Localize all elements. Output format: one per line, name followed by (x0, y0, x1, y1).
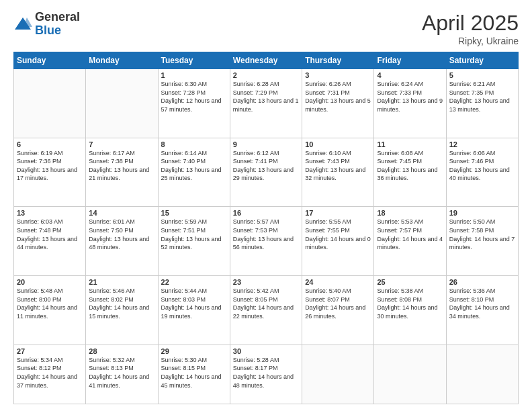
table-row: 21Sunrise: 5:46 AM Sunset: 8:02 PM Dayli… (86, 276, 158, 345)
table-row (374, 345, 446, 404)
table-row: 8Sunrise: 6:14 AM Sunset: 7:40 PM Daylig… (158, 138, 230, 207)
month-title: April 2025 (422, 11, 519, 36)
table-row: 19Sunrise: 5:50 AM Sunset: 7:58 PM Dayli… (446, 207, 518, 276)
day-number: 17 (305, 209, 371, 217)
table-row: 4Sunrise: 6:24 AM Sunset: 7:33 PM Daylig… (374, 69, 446, 138)
table-row: 17Sunrise: 5:55 AM Sunset: 7:55 PM Dayli… (302, 207, 374, 276)
day-number: 7 (89, 140, 154, 148)
header: General Blue April 2025 Ripky, Ukraine (13, 11, 519, 46)
logo-text: General Blue (35, 11, 80, 38)
day-info: Sunrise: 6:24 AM Sunset: 7:33 PM Dayligh… (377, 80, 443, 113)
table-row: 29Sunrise: 5:30 AM Sunset: 8:15 PM Dayli… (158, 345, 230, 404)
day-number: 25 (377, 278, 443, 286)
table-row: 11Sunrise: 6:08 AM Sunset: 7:45 PM Dayli… (374, 138, 446, 207)
day-number: 1 (161, 71, 227, 79)
table-row (14, 69, 86, 138)
calendar-header-row: Sunday Monday Tuesday Wednesday Thursday… (14, 52, 519, 69)
day-info: Sunrise: 5:32 AM Sunset: 8:13 PM Dayligh… (89, 356, 154, 390)
table-row: 15Sunrise: 5:59 AM Sunset: 7:51 PM Dayli… (158, 207, 230, 276)
day-info: Sunrise: 5:28 AM Sunset: 8:17 PM Dayligh… (233, 356, 299, 390)
day-info: Sunrise: 5:30 AM Sunset: 8:15 PM Dayligh… (161, 356, 227, 390)
table-row: 6Sunrise: 6:19 AM Sunset: 7:36 PM Daylig… (14, 138, 86, 207)
header-thursday: Thursday (302, 52, 374, 69)
day-info: Sunrise: 6:12 AM Sunset: 7:41 PM Dayligh… (233, 149, 299, 183)
day-number: 15 (161, 209, 227, 217)
day-number: 21 (89, 278, 154, 286)
day-info: Sunrise: 6:14 AM Sunset: 7:40 PM Dayligh… (161, 149, 227, 183)
day-number: 12 (449, 140, 515, 148)
day-info: Sunrise: 5:46 AM Sunset: 8:02 PM Dayligh… (89, 287, 154, 320)
day-info: Sunrise: 6:30 AM Sunset: 7:28 PM Dayligh… (161, 80, 227, 113)
table-row: 3Sunrise: 6:26 AM Sunset: 7:31 PM Daylig… (302, 69, 374, 138)
day-info: Sunrise: 5:53 AM Sunset: 7:57 PM Dayligh… (377, 218, 443, 251)
table-row: 7Sunrise: 6:17 AM Sunset: 7:38 PM Daylig… (86, 138, 158, 207)
table-row: 16Sunrise: 5:57 AM Sunset: 7:53 PM Dayli… (230, 207, 302, 276)
logo-icon (13, 15, 32, 34)
day-number: 20 (17, 278, 83, 286)
table-row: 28Sunrise: 5:32 AM Sunset: 8:13 PM Dayli… (86, 345, 158, 404)
day-info: Sunrise: 6:01 AM Sunset: 7:50 PM Dayligh… (89, 218, 154, 251)
day-info: Sunrise: 5:50 AM Sunset: 7:58 PM Dayligh… (449, 218, 515, 251)
day-info: Sunrise: 5:36 AM Sunset: 8:10 PM Dayligh… (449, 287, 515, 320)
day-info: Sunrise: 6:03 AM Sunset: 7:48 PM Dayligh… (17, 218, 83, 251)
day-number: 18 (377, 209, 443, 217)
day-number: 6 (17, 140, 83, 148)
day-info: Sunrise: 5:48 AM Sunset: 8:00 PM Dayligh… (17, 287, 83, 320)
day-number: 24 (305, 278, 371, 286)
table-row: 18Sunrise: 5:53 AM Sunset: 7:57 PM Dayli… (374, 207, 446, 276)
header-wednesday: Wednesday (230, 52, 302, 69)
day-number: 4 (377, 71, 443, 79)
day-info: Sunrise: 6:26 AM Sunset: 7:31 PM Dayligh… (305, 80, 371, 113)
day-info: Sunrise: 5:44 AM Sunset: 8:03 PM Dayligh… (161, 287, 227, 320)
header-tuesday: Tuesday (158, 52, 230, 69)
day-number: 10 (305, 140, 371, 148)
table-row: 12Sunrise: 6:06 AM Sunset: 7:46 PM Dayli… (446, 138, 518, 207)
day-info: Sunrise: 6:19 AM Sunset: 7:36 PM Dayligh… (17, 149, 83, 183)
day-info: Sunrise: 6:06 AM Sunset: 7:46 PM Dayligh… (449, 149, 515, 183)
day-number: 23 (233, 278, 299, 286)
day-number: 13 (17, 209, 83, 217)
day-info: Sunrise: 5:59 AM Sunset: 7:51 PM Dayligh… (161, 218, 227, 251)
table-row: 22Sunrise: 5:44 AM Sunset: 8:03 PM Dayli… (158, 276, 230, 345)
table-row (86, 69, 158, 138)
table-row: 25Sunrise: 5:38 AM Sunset: 8:08 PM Dayli… (374, 276, 446, 345)
table-row: 2Sunrise: 6:28 AM Sunset: 7:29 PM Daylig… (230, 69, 302, 138)
table-row: 13Sunrise: 6:03 AM Sunset: 7:48 PM Dayli… (14, 207, 86, 276)
table-row: 24Sunrise: 5:40 AM Sunset: 8:07 PM Dayli… (302, 276, 374, 345)
table-row: 1Sunrise: 6:30 AM Sunset: 7:28 PM Daylig… (158, 69, 230, 138)
table-row: 20Sunrise: 5:48 AM Sunset: 8:00 PM Dayli… (14, 276, 86, 345)
day-info: Sunrise: 5:40 AM Sunset: 8:07 PM Dayligh… (305, 287, 371, 320)
day-number: 2 (233, 71, 299, 79)
day-info: Sunrise: 6:10 AM Sunset: 7:43 PM Dayligh… (305, 149, 371, 183)
calendar-table: Sunday Monday Tuesday Wednesday Thursday… (13, 52, 519, 404)
logo-general-text: General (35, 11, 80, 24)
logo: General Blue (13, 11, 80, 38)
table-row: 10Sunrise: 6:10 AM Sunset: 7:43 PM Dayli… (302, 138, 374, 207)
table-row: 5Sunrise: 6:21 AM Sunset: 7:35 PM Daylig… (446, 69, 518, 138)
day-number: 5 (449, 71, 515, 79)
day-number: 11 (377, 140, 443, 148)
day-number: 28 (89, 347, 154, 355)
header-friday: Friday (374, 52, 446, 69)
day-number: 16 (233, 209, 299, 217)
table-row (302, 345, 374, 404)
day-number: 3 (305, 71, 371, 79)
table-row (446, 345, 518, 404)
header-saturday: Saturday (446, 52, 518, 69)
day-info: Sunrise: 5:34 AM Sunset: 8:12 PM Dayligh… (17, 356, 83, 390)
day-info: Sunrise: 6:08 AM Sunset: 7:45 PM Dayligh… (377, 149, 443, 183)
location-subtitle: Ripky, Ukraine (422, 36, 519, 46)
day-number: 29 (161, 347, 227, 355)
title-block: April 2025 Ripky, Ukraine (422, 11, 519, 46)
page: General Blue April 2025 Ripky, Ukraine S… (0, 0, 532, 411)
day-number: 19 (449, 209, 515, 217)
day-number: 9 (233, 140, 299, 148)
day-info: Sunrise: 6:28 AM Sunset: 7:29 PM Dayligh… (233, 80, 299, 113)
day-info: Sunrise: 6:17 AM Sunset: 7:38 PM Dayligh… (89, 149, 154, 183)
day-number: 30 (233, 347, 299, 355)
header-monday: Monday (86, 52, 158, 69)
table-row: 27Sunrise: 5:34 AM Sunset: 8:12 PM Dayli… (14, 345, 86, 404)
day-info: Sunrise: 5:55 AM Sunset: 7:55 PM Dayligh… (305, 218, 371, 251)
header-sunday: Sunday (14, 52, 86, 69)
table-row: 30Sunrise: 5:28 AM Sunset: 8:17 PM Dayli… (230, 345, 302, 404)
